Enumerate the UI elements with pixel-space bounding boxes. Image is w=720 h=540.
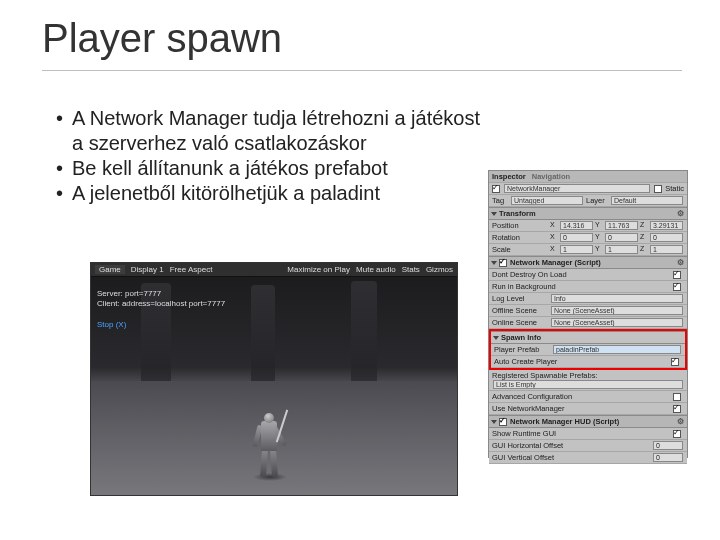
tab-navigation[interactable]: Navigation bbox=[532, 172, 570, 181]
object-enabled-checkbox[interactable] bbox=[492, 185, 500, 193]
bullet-text: Be kell állítanunk a játékos prefabot bbox=[72, 156, 388, 181]
bullet-item: • A jelenetből kitörölhetjük a paladint bbox=[56, 181, 486, 206]
foldout-icon bbox=[491, 261, 497, 265]
tag-label: Tag bbox=[492, 196, 510, 205]
player-prefab-label: Player Prefab bbox=[494, 345, 552, 354]
component-enabled-checkbox[interactable] bbox=[499, 259, 507, 267]
show-gui-label: Show Runtime GUI bbox=[492, 429, 673, 438]
use-networkmanager-checkbox[interactable] bbox=[673, 405, 681, 413]
foldout-icon bbox=[493, 336, 499, 340]
gui-offset-y-label: GUI Vertical Offset bbox=[492, 453, 652, 462]
bullet-list: • A Network Manager tudja létrehozni a j… bbox=[56, 106, 486, 206]
layer-dropdown[interactable]: Default bbox=[611, 196, 683, 205]
scale-label: Scale bbox=[492, 245, 550, 254]
show-gui-checkbox[interactable] bbox=[673, 430, 681, 438]
slide-title: Player spawn bbox=[42, 16, 282, 61]
hud-header[interactable]: Network Manager HUD (Script) ⚙ bbox=[489, 415, 687, 428]
dont-destroy-label: Dont Destroy On Load bbox=[492, 270, 673, 279]
gear-icon[interactable]: ⚙ bbox=[677, 417, 684, 426]
advanced-config-checkbox[interactable] bbox=[673, 393, 681, 401]
rot-z[interactable]: 0 bbox=[650, 233, 683, 242]
layer-label: Layer bbox=[586, 196, 610, 205]
display-dropdown[interactable]: Display 1 bbox=[131, 265, 164, 274]
object-header: NetworkManager Static bbox=[489, 183, 687, 195]
server-status-line: Server: port=7777 bbox=[97, 289, 225, 299]
auto-create-label: Auto Create Player bbox=[494, 357, 671, 366]
gui-offset-x-field[interactable]: 0 bbox=[653, 441, 683, 450]
client-status-line: Client: address=localhost port=7777 bbox=[97, 299, 225, 309]
log-level-dropdown[interactable]: Info bbox=[551, 294, 683, 303]
dont-destroy-checkbox[interactable] bbox=[673, 271, 681, 279]
transform-header[interactable]: Transform ⚙ bbox=[489, 207, 687, 220]
bullet-dot: • bbox=[56, 181, 72, 206]
position-row: Position X14.316 Y11.763 Z3.29131 bbox=[489, 220, 687, 232]
stop-button-label[interactable]: Stop (X) bbox=[97, 320, 225, 330]
inspector-panel: Inspector Navigation NetworkManager Stat… bbox=[488, 170, 688, 458]
hud-title: Network Manager HUD (Script) bbox=[510, 417, 619, 426]
foldout-icon bbox=[491, 420, 497, 424]
bullet-dot: • bbox=[56, 106, 72, 156]
background-pillar bbox=[351, 281, 377, 389]
game-toolbar: Game Display 1 Free Aspect Maximize on P… bbox=[91, 263, 457, 277]
gear-icon[interactable]: ⚙ bbox=[677, 258, 684, 267]
game-tab[interactable]: Game bbox=[95, 265, 125, 274]
gui-offset-y-field[interactable]: 0 bbox=[653, 453, 683, 462]
network-manager-title: Network Manager (Script) bbox=[510, 258, 601, 267]
advanced-config-label: Advanced Configuration bbox=[492, 392, 673, 401]
gear-icon[interactable]: ⚙ bbox=[677, 209, 684, 218]
title-divider bbox=[42, 70, 682, 71]
spawn-info-highlight: Spawn Info Player PrefabpaladinPrefab Au… bbox=[489, 329, 687, 370]
pos-z[interactable]: 3.29131 bbox=[650, 221, 683, 230]
spawn-info-label: Spawn Info bbox=[501, 333, 541, 342]
scl-z[interactable]: 1 bbox=[650, 245, 683, 254]
bullet-text: A Network Manager tudja létrehozni a ját… bbox=[72, 106, 486, 156]
mute-toggle[interactable]: Mute audio bbox=[356, 265, 396, 274]
player-prefab-field[interactable]: paladinPrefab bbox=[553, 345, 681, 354]
object-name-field[interactable]: NetworkManager bbox=[504, 184, 650, 193]
bullet-dot: • bbox=[56, 156, 72, 181]
offline-scene-label: Offline Scene bbox=[492, 306, 550, 315]
registered-prefabs-list[interactable]: List is Empty bbox=[493, 380, 683, 389]
inspector-tabs: Inspector Navigation bbox=[489, 171, 687, 183]
rotation-row: Rotation X0 Y0 Z0 bbox=[489, 232, 687, 244]
log-level-label: Log Level bbox=[492, 294, 550, 303]
transform-title: Transform bbox=[499, 209, 536, 218]
pos-x[interactable]: 14.316 bbox=[560, 221, 593, 230]
network-manager-header[interactable]: Network Manager (Script) ⚙ bbox=[489, 256, 687, 269]
aspect-dropdown[interactable]: Free Aspect bbox=[170, 265, 213, 274]
maximize-toggle[interactable]: Maximize on Play bbox=[287, 265, 350, 274]
offline-scene-field[interactable]: None (SceneAsset) bbox=[551, 306, 683, 315]
tab-inspector[interactable]: Inspector bbox=[492, 172, 526, 181]
tag-dropdown[interactable]: Untagged bbox=[511, 196, 583, 205]
auto-create-checkbox[interactable] bbox=[671, 358, 679, 366]
gizmos-toggle[interactable]: Gizmos bbox=[426, 265, 453, 274]
game-view: Game Display 1 Free Aspect Maximize on P… bbox=[90, 262, 458, 496]
position-label: Position bbox=[492, 221, 550, 230]
run-background-checkbox[interactable] bbox=[673, 283, 681, 291]
bullet-item: • A Network Manager tudja létrehozni a j… bbox=[56, 106, 486, 156]
pos-y[interactable]: 11.763 bbox=[605, 221, 638, 230]
stats-toggle[interactable]: Stats bbox=[402, 265, 420, 274]
static-label: Static bbox=[665, 184, 684, 193]
rot-y[interactable]: 0 bbox=[605, 233, 638, 242]
static-checkbox[interactable] bbox=[654, 185, 662, 193]
scl-x[interactable]: 1 bbox=[560, 245, 593, 254]
rot-x[interactable]: 0 bbox=[560, 233, 593, 242]
rotation-label: Rotation bbox=[492, 233, 550, 242]
component-enabled-checkbox[interactable] bbox=[499, 418, 507, 426]
registered-prefabs-label: Registered Spawnable Prefabs: bbox=[492, 371, 684, 380]
bullet-item: • Be kell állítanunk a játékos prefabot bbox=[56, 156, 486, 181]
bullet-text: A jelenetből kitörölhetjük a paladint bbox=[72, 181, 380, 206]
scl-y[interactable]: 1 bbox=[605, 245, 638, 254]
online-scene-field[interactable]: None (SceneAsset) bbox=[551, 318, 683, 327]
background-pillar bbox=[251, 285, 275, 385]
network-status-text: Server: port=7777 Client: address=localh… bbox=[97, 289, 225, 330]
use-networkmanager-label: Use NetworkManager bbox=[492, 404, 673, 413]
run-background-label: Run in Background bbox=[492, 282, 673, 291]
spawn-info-header[interactable]: Spawn Info bbox=[491, 331, 685, 344]
paladin-character bbox=[251, 403, 287, 483]
foldout-icon bbox=[491, 212, 497, 216]
tag-layer-row: Tag Untagged Layer Default bbox=[489, 195, 687, 207]
gui-offset-x-label: GUI Horizontal Offset bbox=[492, 441, 652, 450]
online-scene-label: Online Scene bbox=[492, 318, 550, 327]
